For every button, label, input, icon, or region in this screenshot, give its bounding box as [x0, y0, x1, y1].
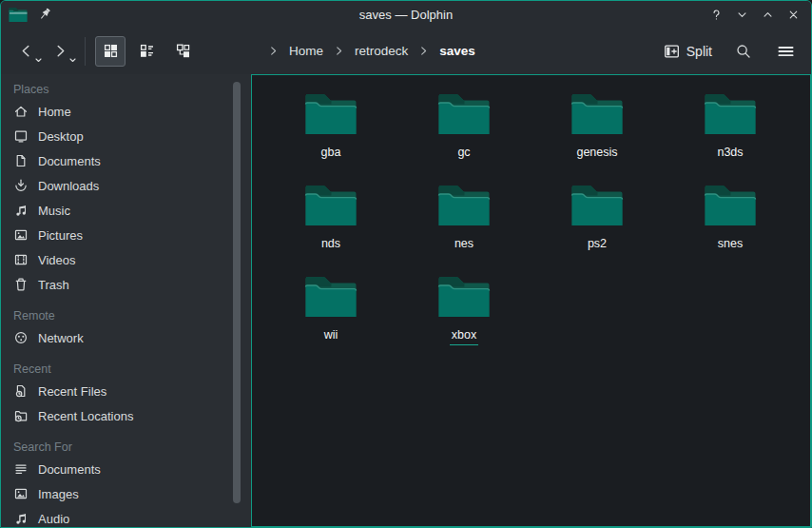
folder-item-genesis[interactable]: genesis: [531, 88, 664, 180]
desktop-icon: [13, 128, 29, 144]
places-panel: PlacesHomeDesktopDocumentsDownloadsMusic…: [1, 74, 251, 527]
breadcrumb-label: saves: [436, 42, 478, 60]
folder-label: snes: [716, 237, 744, 254]
toolbar-separator: [85, 37, 86, 66]
home-icon: [13, 104, 29, 119]
sidebar-item-label: Images: [38, 487, 79, 501]
toolbar: Homeretrodecksaves Split: [1, 28, 811, 74]
sidebar-item-label: Audio: [38, 512, 69, 526]
image-icon: [13, 227, 29, 243]
breadcrumb-item[interactable]: saves: [411, 42, 478, 60]
sidebar-item-audio[interactable]: Audio: [1, 506, 251, 527]
sidebar-section-header: Remote: [1, 304, 251, 325]
breadcrumb-item[interactable]: Home: [261, 42, 326, 60]
sidebar-item-label: Music: [38, 204, 70, 218]
compact-view-button[interactable]: [131, 36, 162, 67]
pin-icon[interactable]: [37, 7, 52, 22]
folder-item-ps2[interactable]: ps2: [531, 180, 664, 271]
folder-icon: [570, 92, 624, 136]
breadcrumb-label: retrodeck: [352, 42, 411, 60]
view-compact-icon: [139, 43, 155, 59]
video-icon: [13, 252, 29, 267]
sidebar-item-label: Recent Files: [38, 384, 106, 399]
forward-button[interactable]: [47, 36, 73, 67]
sidebar-item-images[interactable]: Images: [1, 481, 251, 506]
search-icon: [735, 43, 752, 60]
sidebar-item-recent-locations[interactable]: Recent Locations: [1, 403, 251, 428]
sidebar-item-videos[interactable]: Videos: [1, 247, 251, 272]
close-button[interactable]: [784, 6, 802, 23]
maximize-button[interactable]: [759, 6, 776, 23]
network-icon: [13, 330, 29, 345]
document-icon: [13, 153, 29, 168]
help-button[interactable]: [707, 6, 725, 23]
minimize-button[interactable]: [733, 6, 750, 23]
caret-down-icon: [35, 58, 42, 63]
menu-button[interactable]: [771, 37, 800, 66]
folder-icon: [437, 92, 491, 136]
sidebar-item-documents[interactable]: Documents: [1, 148, 251, 173]
text-lines-icon: [13, 461, 29, 477]
folder-label: gba: [319, 146, 343, 163]
folder-item-n3ds[interactable]: n3ds: [664, 88, 797, 180]
dolphin-window: saves — Dolphin Homeretrodecksaves Split: [0, 0, 812, 528]
breadcrumb-item[interactable]: retrodeck: [326, 42, 411, 60]
sidebar-item-label: Trash: [38, 278, 69, 292]
folder-item-nds[interactable]: nds: [264, 180, 397, 271]
chevron-left-icon: [18, 43, 34, 59]
music-icon: [13, 203, 29, 218]
win-min-icon: [735, 8, 749, 22]
folder-label: gc: [455, 146, 472, 163]
sidebar-scrollbar[interactable]: [233, 82, 241, 503]
sidebar-item-documents[interactable]: Documents: [1, 457, 251, 481]
folder-item-xbox[interactable]: xbox: [397, 271, 531, 362]
sidebar-item-music[interactable]: Music: [1, 198, 251, 223]
icons-view-button[interactable]: [95, 36, 126, 67]
sidebar-item-home[interactable]: Home: [1, 99, 251, 124]
folder-icon: [304, 92, 358, 136]
back-button[interactable]: [12, 36, 39, 67]
sidebar-item-downloads[interactable]: Downloads: [1, 173, 251, 198]
folder-icon: [437, 184, 491, 227]
sidebar-item-pictures[interactable]: Pictures: [1, 223, 251, 247]
folder-icon: [570, 184, 624, 227]
breadcrumb-label: Home: [286, 42, 326, 60]
sidebar-item-label: Documents: [38, 154, 101, 168]
sidebar-item-recent-files[interactable]: Recent Files: [1, 379, 251, 403]
sidebar-item-label: Recent Locations: [38, 409, 133, 423]
chevron-right-icon: [267, 45, 280, 57]
folder-item-gba[interactable]: gba: [264, 88, 397, 180]
sidebar-sections: PlacesHomeDesktopDocumentsDownloadsMusic…: [1, 78, 251, 527]
folder-item-gc[interactable]: gc: [397, 88, 531, 180]
folder-label: nes: [453, 237, 475, 254]
breadcrumb: Homeretrodecksaves: [261, 42, 478, 60]
view-mode-buttons: [95, 36, 198, 67]
sidebar-item-trash[interactable]: Trash: [1, 272, 251, 297]
sidebar-item-label: Pictures: [38, 228, 83, 243]
trash-icon: [13, 277, 29, 292]
folder-item-nes[interactable]: nes: [397, 180, 531, 271]
sidebar-item-label: Documents: [38, 462, 101, 477]
split-button-label: Split: [686, 44, 712, 59]
sidebar-item-network[interactable]: Network: [1, 325, 251, 350]
folder-icon: [304, 275, 358, 319]
window-controls: [707, 6, 802, 23]
sidebar-item-label: Network: [38, 331, 84, 345]
sidebar-item-desktop[interactable]: Desktop: [1, 124, 251, 148]
folder-view: gba gc genesis n3ds nds nes ps2 snes wii…: [251, 74, 811, 527]
folder-icon: [704, 184, 757, 227]
details-view-button[interactable]: [167, 36, 198, 67]
chevron-right-icon: [52, 43, 68, 59]
view-icons-icon: [103, 43, 119, 59]
split-button[interactable]: Split: [660, 40, 716, 63]
folder-icon: [437, 275, 491, 319]
sidebar-section-header: Recent: [1, 358, 251, 379]
folder-icon: [704, 92, 757, 136]
folder-item-snes[interactable]: snes: [664, 180, 797, 271]
chevron-right-icon: [417, 45, 430, 57]
win-max-icon: [761, 8, 775, 22]
recent-file-icon: [13, 383, 29, 399]
search-button[interactable]: [729, 37, 758, 66]
folder-item-wii[interactable]: wii: [264, 271, 397, 362]
sidebar-item-label: Downloads: [38, 179, 99, 193]
